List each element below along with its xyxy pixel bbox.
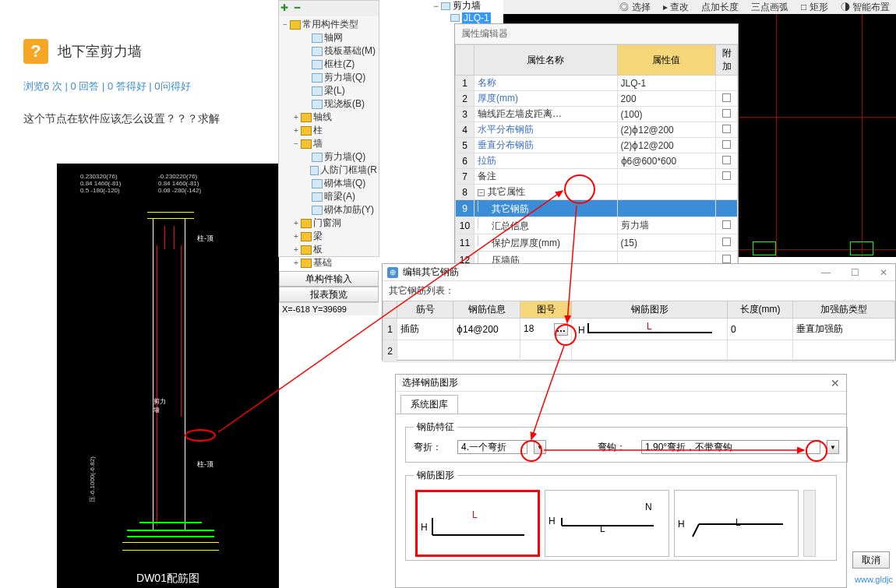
coordinate-bar: X=-618 Y=39699 xyxy=(279,302,379,315)
toolbar-rect[interactable]: □ 矩形 xyxy=(801,1,828,14)
property-row[interactable]: 1名称JLQ-1 xyxy=(456,76,738,91)
maximize-button[interactable]: ☐ xyxy=(848,267,862,278)
system-library-tab[interactable]: 系统图库 xyxy=(400,395,458,414)
tree-item[interactable]: +门窗洞 xyxy=(280,217,377,230)
wall-instance-tree[interactable]: −剪力墙 JLQ-1 xyxy=(433,0,503,23)
tree-item[interactable]: 轴网 xyxy=(280,31,377,44)
tree-item[interactable]: 框柱(Z) xyxy=(280,58,377,71)
col-value: 属性值 xyxy=(617,45,715,76)
shape-dialog-title: 选择钢筋图形 xyxy=(402,376,458,389)
tree-item[interactable]: 现浇板(B) xyxy=(280,97,377,111)
dialog-icon: ⊕ xyxy=(387,267,398,278)
tree-item[interactable]: +板 xyxy=(280,243,377,256)
property-row[interactable]: 9其它钢筋 xyxy=(456,200,738,217)
tree-toolbar: ✚ ━ xyxy=(279,1,379,16)
cad-toolbar: ◎ 选择 ▸ 查改 点加长度 三点画弧 □ 矩形 ◑ 智能布置 xyxy=(503,0,896,14)
tree-item[interactable]: +梁 xyxy=(280,230,377,243)
shape-option-3[interactable]: H L xyxy=(674,490,799,557)
property-table[interactable]: 属性名称 属性值 附加 1名称JLQ-12厚度(mm)2003轴线距左墙皮距离…… xyxy=(455,44,738,286)
cancel-button[interactable]: 取消 xyxy=(852,551,890,569)
property-row[interactable]: 10汇总信息剪力墙 xyxy=(456,217,738,234)
hook-select[interactable] xyxy=(641,440,820,454)
cad-drawing-label: DW01配筋图 xyxy=(136,572,199,586)
forum-post: ? 地下室剪力墙 浏览6 次 | 0 回答 | 0 答得好 | 0问得好 这个节… xyxy=(23,39,273,140)
property-row[interactable]: 5垂直分布钢筋(2)ϕ12@200 xyxy=(456,138,738,153)
tree-selected-item[interactable]: JLQ-1 xyxy=(462,12,491,23)
col-name: 属性名称 xyxy=(474,45,618,76)
property-row[interactable]: 6拉筋ϕ6@600*600 xyxy=(456,153,738,169)
tree-item[interactable]: −墙 xyxy=(280,137,377,150)
question-icon: ? xyxy=(23,39,48,64)
tree-item[interactable]: 剪力墙(Q) xyxy=(280,71,377,84)
watermark-url: www.gldjc xyxy=(855,575,893,584)
rebar-table[interactable]: 筋号 钢筋信息 图号 钢筋图形 长度(mm) 加强筋类型 1 插筋 ϕ14@20… xyxy=(383,301,895,362)
tree-item[interactable]: 砌体墙(Q) xyxy=(280,177,377,190)
property-row[interactable]: 7备注 xyxy=(456,169,738,185)
tree-item[interactable]: +柱 xyxy=(280,124,377,137)
rebar-row-1[interactable]: 1 插筋 ϕ14@200 18… H L 0 垂直加强筋 xyxy=(383,319,895,340)
property-row[interactable]: 3轴线距左墙皮距离…(100) xyxy=(456,107,738,122)
hook-label: 弯钩： xyxy=(598,441,635,454)
rebar-list-label: 其它钢筋列表： xyxy=(383,281,895,301)
tree-item[interactable]: 暗梁(A) xyxy=(280,190,377,203)
tree-content[interactable]: − 常用构件类型 轴网筏板基础(M)框柱(Z)剪力墙(Q)梁(L)现浇板(B)+… xyxy=(279,16,379,271)
toolbar-smart[interactable]: ◑ 智能布置 xyxy=(841,1,890,14)
forum-title: 地下室剪力墙 xyxy=(58,42,142,61)
close-icon[interactable]: ✕ xyxy=(831,377,840,389)
hook-dropdown-button[interactable]: ▼ xyxy=(827,440,839,454)
minus-icon[interactable]: ━ xyxy=(295,2,307,15)
forum-stats[interactable]: 浏览6 次 | 0 回答 | 0 答得好 | 0问得好 xyxy=(23,79,273,93)
tree-item[interactable]: 筏板基础(M) xyxy=(280,44,377,58)
plus-icon[interactable]: ✚ xyxy=(280,2,293,15)
toolbar-select[interactable]: ◎ 选择 xyxy=(619,1,650,14)
property-row[interactable]: 11保护层厚度(mm)(15) xyxy=(456,234,738,252)
figure-number-header[interactable]: 图号 xyxy=(520,301,572,319)
property-editor-title: 属性编辑器 xyxy=(455,24,738,44)
component-tree-panel: ✚ ━ − 常用构件类型 轴网筏板基础(M)框柱(Z)剪力墙(Q)梁(L)现浇板… xyxy=(278,0,379,257)
edit-other-rebar-dialog: ⊕ 编辑其它钢筋 — ☐ ✕ 其它钢筋列表： 筋号 钢筋信息 图号 钢筋图形 长… xyxy=(382,263,896,361)
bend-select[interactable] xyxy=(457,440,527,454)
property-editor: 属性编辑器 属性名称 属性值 附加 1名称JLQ-12厚度(mm)2003轴线距… xyxy=(454,23,739,287)
dialog-title: 编辑其它钢筋 xyxy=(403,266,459,279)
rebar-shape-group: 钢筋图形 H L H L N H L xyxy=(405,469,837,561)
bend-dropdown-button[interactable]: ▼ xyxy=(534,440,546,454)
close-button[interactable]: ✕ xyxy=(877,267,891,278)
single-component-input-button[interactable]: 单构件输入 xyxy=(279,271,379,287)
property-row[interactable]: 4水平分布钢筋(2)ϕ12@200 xyxy=(456,122,738,138)
toolbar-modify[interactable]: ▸ 查改 xyxy=(663,1,689,14)
tree-item[interactable]: 砌体加筋(Y) xyxy=(280,203,377,217)
tree-item[interactable]: +基础 xyxy=(280,256,377,269)
dialog-titlebar: ⊕ 编辑其它钢筋 — ☐ ✕ xyxy=(383,264,895,281)
rebar-row-2[interactable]: 2 xyxy=(383,340,895,362)
bend-label: 弯折： xyxy=(414,441,451,454)
shape-option-2[interactable]: H L N xyxy=(545,490,669,557)
cad-drawing-panel: 0.230320(76)0.84 1460(-81)0.5 -180(-120)… xyxy=(57,164,279,588)
property-row[interactable]: 2厚度(mm)200 xyxy=(456,91,738,107)
tree-item[interactable]: 剪力墙(Q) xyxy=(280,150,377,164)
tree-item[interactable]: 梁(L) xyxy=(280,84,377,97)
rebar-feature-group: 钢筋特征 弯折： ▼ 弯钩： ▼ xyxy=(405,421,848,463)
figure-browse-button[interactable]: … xyxy=(554,323,568,336)
toolbar-point-len[interactable]: 点加长度 xyxy=(701,1,739,14)
shape-dialog-titlebar: 选择钢筋图形 ✕ xyxy=(396,375,846,392)
forum-question: 这个节点在软件应该怎么设置？？？求解 xyxy=(23,112,273,126)
tree-root[interactable]: − 常用构件类型 xyxy=(280,18,377,31)
shape-scrollbar[interactable] xyxy=(803,490,816,557)
select-rebar-shape-dialog: 选择钢筋图形 ✕ 系统图库 钢筋特征 弯折： ▼ 弯钩： ▼ 钢筋图形 H L xyxy=(395,374,847,588)
report-preview-button[interactable]: 报表预览 xyxy=(279,287,379,302)
tree-item[interactable]: 人防门框墙(R xyxy=(280,164,377,177)
shape-option-1[interactable]: H L xyxy=(415,490,540,557)
property-row[interactable]: 8−其它属性 xyxy=(456,185,738,200)
toolbar-arc[interactable]: 三点画弧 xyxy=(751,1,788,14)
minimize-button[interactable]: — xyxy=(818,267,834,278)
tree-item[interactable]: +轴线 xyxy=(280,111,377,124)
svg-line-4 xyxy=(693,524,699,537)
col-extra: 附加 xyxy=(716,45,738,76)
